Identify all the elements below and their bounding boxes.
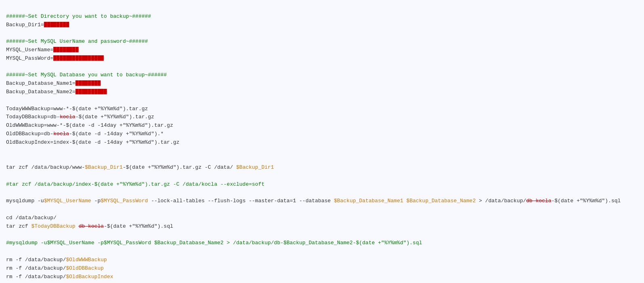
code-line: rm -f /data/backup/$OldWWWBackup	[6, 256, 638, 264]
code-line: tar zcf /data/backup/www-$Backup_Dir1-$(…	[6, 164, 638, 172]
code-line: OldBackupIndex=index-$(date -d -14day +"…	[6, 138, 638, 147]
code-line: #mysqldump -u$MYSQL_UserName -p$MYSQL_Pa…	[6, 239, 638, 247]
code-line: ######~Set MySQL UserName and password~#…	[6, 38, 638, 46]
code-line	[6, 63, 638, 71]
code-line: Backup_Dir1=████████	[6, 21, 638, 29]
code-line: TodayWWWBackup=www-*-$(date +"%Y%m%d").t…	[6, 105, 638, 113]
code-line: rm -f /data/backup/$OldBackupIndex	[6, 273, 638, 281]
code-line	[6, 155, 638, 164]
code-line: ######~Set MySQL Database you want to ba…	[6, 71, 638, 80]
code-line: tar zcf $TodayDBBackup db-kocla-$(date +…	[6, 222, 638, 231]
code-line	[6, 172, 638, 180]
code-line: Backup_Database_Name2=██████████	[6, 88, 638, 96]
code-line: TodayDBBackup=db-kocla-$(date +"%Y%m%d")…	[6, 113, 638, 122]
code-line	[6, 147, 638, 155]
code-line: Backup_Database_Name1=████████	[6, 80, 638, 88]
code-line: mysqldump -u$MYSQL_UserName -p$MYSQL_Pas…	[6, 197, 638, 205]
code-line: OldDBBackup=db-kocla-$(date -d -14day +"…	[6, 130, 638, 138]
code-line: MYSQL_UserName=████████	[6, 46, 638, 55]
code-line	[6, 205, 638, 214]
code-line: MYSQL_PassWord=████████████████	[6, 55, 638, 63]
code-line	[6, 281, 638, 283]
code-line	[6, 189, 638, 197]
code-line	[6, 231, 638, 239]
code-line: ######~Set Directory you want to backup~…	[6, 13, 638, 21]
code-line: rm -f /data/backup/$OldDBBackup	[6, 264, 638, 273]
code-line	[6, 96, 638, 105]
code-line	[6, 29, 638, 38]
code-line	[6, 247, 638, 256]
code-line: OldWWWBackup=www-*-$(date -d -14day +"%Y…	[6, 122, 638, 130]
code-line: cd /data/backup/	[6, 214, 638, 222]
code-display: ######~Set Directory you want to backup~…	[6, 4, 638, 283]
code-line: #tar zcf /data/backup/index-$(date +"%Y%…	[6, 180, 638, 189]
